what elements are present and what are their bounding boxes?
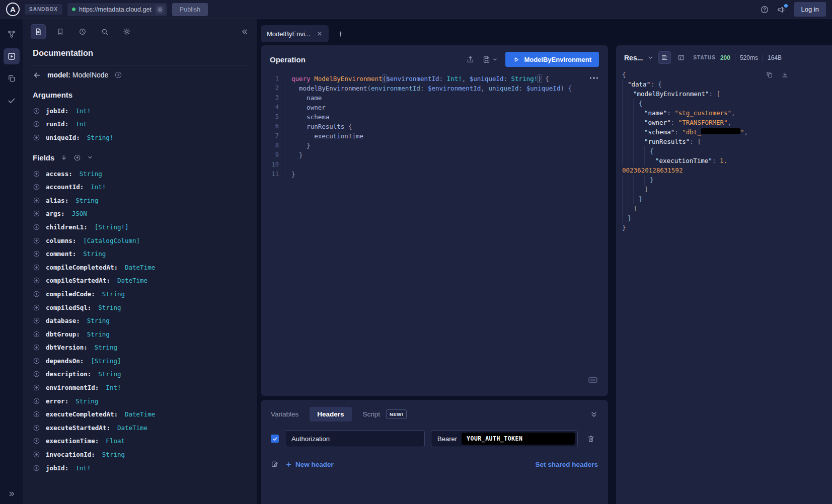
rail-item-explorer[interactable] (4, 48, 20, 64)
code-line[interactable]: 6 runResults { (261, 122, 608, 131)
doc-field-row[interactable]: database:String (33, 314, 247, 327)
rail-item-collections[interactable] (4, 70, 20, 87)
collapse-sidebar-button[interactable] (241, 28, 249, 36)
announcements-button[interactable] (777, 5, 786, 14)
add-to-query-button[interactable] (33, 357, 40, 365)
publish-button[interactable]: Publish (172, 3, 208, 16)
operation-tab[interactable]: ModelByEnvi... (261, 25, 329, 42)
copy-response-button[interactable] (766, 71, 773, 78)
add-to-query-button[interactable] (33, 170, 40, 178)
tool-bookmarks[interactable] (53, 24, 68, 39)
operation-editor[interactable]: 1query ModelByEnvironment($environmentId… (261, 72, 608, 396)
connection-settings-button[interactable] (155, 5, 165, 15)
doc-field-row[interactable]: environmentId:Int! (33, 381, 247, 394)
more-options-button[interactable] (590, 77, 598, 79)
back-button[interactable] (33, 71, 41, 79)
code-line[interactable]: 7 executionTime (261, 131, 608, 141)
doc-field-row[interactable]: description:String (33, 368, 247, 381)
doc-argument-row[interactable]: uniqueId:String! (33, 131, 247, 144)
doc-field-row[interactable]: accountId:Int! (33, 180, 247, 194)
doc-field-row[interactable]: executeStartedAt:DateTime (33, 421, 247, 435)
add-to-query-button[interactable] (33, 210, 40, 217)
add-to-query-button[interactable] (33, 370, 40, 378)
doc-field-row[interactable]: executionTime:Float (33, 435, 247, 448)
doc-argument-row[interactable]: runId:Int (33, 118, 247, 131)
add-to-query-button[interactable] (33, 424, 40, 432)
doc-field-row[interactable]: error:String (33, 394, 247, 408)
tool-history[interactable] (75, 24, 90, 39)
keyboard-shortcuts-button[interactable] (588, 375, 598, 385)
add-to-query-button[interactable] (33, 264, 40, 271)
add-all-fields-button[interactable] (114, 71, 122, 79)
tab-variables[interactable]: Variables (271, 410, 298, 418)
download-response-button[interactable] (781, 71, 789, 78)
preview-headers-button[interactable] (271, 460, 279, 468)
doc-field-row[interactable]: jobId:Int! (33, 461, 247, 475)
doc-field-row[interactable]: executeCompletedAt:DateTime (33, 407, 247, 421)
add-to-query-button[interactable] (33, 277, 40, 284)
collapse-panel-button[interactable] (590, 410, 598, 418)
code-line[interactable]: 3 name (261, 93, 608, 103)
doc-field-row[interactable]: compileCompletedAt:DateTime (33, 261, 247, 274)
expand-rail-button[interactable] (8, 490, 16, 498)
add-to-query-button[interactable] (33, 317, 40, 324)
tool-settings[interactable] (119, 24, 134, 39)
formatted-view-button[interactable] (658, 51, 671, 64)
doc-field-row[interactable]: compiledCode:String (33, 287, 247, 301)
doc-field-row[interactable]: invocationId:String (33, 448, 247, 461)
add-to-query-button[interactable] (33, 344, 40, 351)
add-fields-button[interactable] (73, 154, 81, 161)
endpoint-url-bar[interactable]: https://metadata.cloud.get (67, 3, 167, 16)
rail-item-checks[interactable] (4, 93, 20, 109)
tab-script[interactable]: Script (363, 410, 381, 418)
add-to-query-button[interactable] (33, 304, 40, 311)
code-line[interactable]: 9 } (261, 150, 608, 160)
add-to-query-button[interactable] (33, 464, 40, 472)
header-enabled-checkbox[interactable] (271, 435, 279, 443)
rail-item-schema[interactable] (4, 26, 20, 42)
add-to-query-button[interactable] (33, 250, 40, 258)
tab-headers[interactable]: Headers (310, 407, 351, 422)
add-to-query-button[interactable] (33, 134, 40, 141)
code-line[interactable]: 1query ModelByEnvironment($environmentId… (261, 74, 608, 83)
code-line[interactable]: 8 } (261, 141, 608, 150)
add-to-query-button[interactable] (33, 330, 40, 338)
response-dropdown-button[interactable] (647, 54, 654, 61)
sort-fields-button[interactable] (60, 154, 67, 161)
code-line[interactable]: 10 (261, 160, 608, 170)
doc-field-row[interactable]: alias:String (33, 194, 247, 207)
add-to-query-button[interactable] (33, 451, 40, 458)
add-to-query-button[interactable] (33, 107, 40, 115)
doc-field-row[interactable]: columns:[CatalogColumn] (33, 234, 247, 247)
add-to-query-button[interactable] (33, 237, 40, 244)
login-button[interactable]: Log in (794, 2, 826, 17)
share-button[interactable] (466, 55, 475, 64)
header-key-input[interactable] (285, 430, 425, 447)
doc-field-row[interactable]: dbtVersion:String (33, 341, 247, 355)
tool-documentation[interactable] (31, 24, 46, 39)
add-to-query-button[interactable] (33, 120, 40, 128)
doc-field-row[interactable]: access:String (33, 167, 247, 181)
table-view-button[interactable] (675, 52, 687, 63)
close-tab-button[interactable] (317, 31, 323, 37)
shared-headers-link[interactable]: Set shared headers (535, 461, 598, 468)
tool-search[interactable] (97, 24, 112, 39)
code-line[interactable]: 5 schema (261, 112, 608, 122)
run-operation-button[interactable]: ModelByEnvironment (505, 52, 599, 67)
code-line[interactable]: 2 modelByEnvironment(environmentId: $env… (261, 83, 608, 93)
code-line[interactable]: 11} (261, 170, 608, 179)
auth-token-value[interactable]: YOUR_AUTH_TOKEN (462, 433, 575, 445)
add-to-query-button[interactable] (33, 197, 40, 204)
header-value-field[interactable]: Bearer YOUR_AUTH_TOKEN (431, 430, 578, 447)
add-to-query-button[interactable] (33, 290, 40, 298)
delete-header-button[interactable] (587, 435, 595, 443)
add-to-query-button[interactable] (33, 437, 40, 445)
doc-field-row[interactable]: compiledSql:String (33, 301, 247, 314)
add-fields-dropdown[interactable] (87, 154, 93, 160)
save-button[interactable] (482, 55, 498, 64)
new-tab-button[interactable] (334, 27, 348, 41)
doc-field-row[interactable]: childrenL1:[String!] (33, 220, 247, 234)
help-button[interactable] (760, 5, 769, 14)
add-to-query-button[interactable] (33, 384, 40, 391)
add-to-query-button[interactable] (33, 223, 40, 231)
